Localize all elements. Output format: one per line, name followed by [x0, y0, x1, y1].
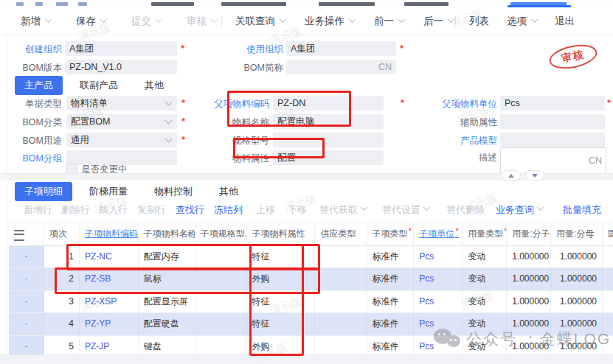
- create-org-label[interactable]: 创建组织: [15, 43, 62, 56]
- col-usage[interactable]: 用量类型*: [463, 223, 507, 245]
- tab-main-product[interactable]: 主产品: [15, 76, 63, 95]
- app-icon[interactable]: [56, 2, 68, 6]
- cell-code[interactable]: PZ-NC: [80, 246, 139, 267]
- col-qty-numerator[interactable]: 用量:分子: [507, 223, 551, 245]
- delete-row-button[interactable]: 删除行: [61, 203, 90, 217]
- new-button[interactable]: 新增: [21, 15, 51, 28]
- cell-attr: 外购: [247, 268, 316, 290]
- parent-code-label[interactable]: 父项物料编码: [199, 98, 269, 111]
- tab-joint-product[interactable]: 联副产品: [70, 76, 128, 95]
- col-supply[interactable]: 供应类型: [315, 223, 367, 245]
- add-row-button[interactable]: 新增行: [24, 203, 52, 217]
- tab-fragment[interactable]: [319, 2, 375, 6]
- cell-code[interactable]: PZ-XSP: [80, 291, 139, 312]
- find-row-button[interactable]: 查找行: [176, 203, 204, 217]
- col-code[interactable]: 子项物料编码*: [80, 223, 139, 245]
- save-button[interactable]: 保存: [76, 15, 106, 28]
- table-row[interactable]: - 3 PZ-XSP 配置显示屏 特征 标准件 Pcs 变动 1.000000 …: [9, 291, 613, 313]
- row-handle[interactable]: -: [9, 246, 44, 267]
- changing-checkbox[interactable]: [66, 163, 77, 174]
- cell-unit[interactable]: Pcs: [414, 268, 463, 290]
- list-button[interactable]: 列表: [469, 15, 489, 28]
- tab-child-detail[interactable]: 子项明细: [15, 182, 72, 201]
- aux-attr-field[interactable]: [500, 114, 605, 129]
- row-handle[interactable]: -: [9, 313, 44, 335]
- tab-fragment[interactable]: [221, 2, 286, 6]
- bom-usage-select[interactable]: 通用: [66, 133, 177, 147]
- cell-spec: [195, 313, 247, 335]
- parent-code-field[interactable]: PZ-DN: [273, 96, 384, 111]
- audit-button[interactable]: 审核: [187, 15, 217, 28]
- bom-version-field[interactable]: PZ-DN_V1.0: [65, 60, 177, 74]
- tab-fragment[interactable]: [404, 2, 449, 6]
- previous-button[interactable]: 前一: [374, 15, 404, 28]
- exit-button[interactable]: 退出: [555, 15, 575, 28]
- row-handle[interactable]: -: [9, 268, 44, 290]
- app-icon[interactable]: [16, 2, 24, 6]
- arrow-down-icon: [532, 174, 538, 178]
- cell-type: 标准件: [367, 268, 414, 290]
- cell-unit[interactable]: Pcs: [414, 291, 463, 312]
- related-query-button[interactable]: 关联查询: [235, 15, 285, 28]
- col-spec[interactable]: 子项规格型...: [195, 223, 247, 245]
- batch-fill-button[interactable]: 批量填充: [563, 203, 601, 217]
- cell-unit[interactable]: Pcs: [414, 313, 463, 335]
- insert-row-button[interactable]: 插入行: [99, 203, 128, 217]
- bom-category-select[interactable]: 配置BOM: [66, 114, 177, 129]
- create-org-field[interactable]: A集团: [65, 41, 177, 56]
- col-fixed[interactable]: 固定损耗: [603, 223, 613, 245]
- row-handle[interactable]: -: [9, 291, 44, 312]
- move-down-button[interactable]: 下移: [288, 203, 307, 217]
- bom-group-label[interactable]: BOM分组: [6, 153, 62, 165]
- cell-code[interactable]: PZ-SB: [80, 268, 139, 290]
- col-unit[interactable]: 子项单位*: [414, 223, 463, 245]
- col-qty-denominator[interactable]: 用量:分母: [551, 223, 603, 245]
- tab-detail-other[interactable]: 其他: [209, 182, 248, 201]
- table-row[interactable]: - 4 PZ-YP 配置硬盘 特征 标准件 Pcs 变动 1.000000 1.…: [9, 313, 613, 335]
- cell-seq: 2: [44, 268, 80, 290]
- copy-row-button[interactable]: 复制行: [137, 203, 166, 217]
- col-attr[interactable]: 子项物料属性: [247, 223, 316, 245]
- row-menu-header[interactable]: [9, 223, 44, 245]
- collapse-up-button[interactable]: [502, 170, 521, 181]
- submit-button[interactable]: 提交: [131, 15, 162, 28]
- app-icon[interactable]: [78, 2, 87, 6]
- cell-unit[interactable]: Pcs: [414, 246, 463, 267]
- col-seq[interactable]: 项次: [44, 223, 80, 245]
- doc-type-select[interactable]: 物料清单: [66, 96, 177, 111]
- collapse-down-button[interactable]: [525, 170, 544, 181]
- freeze-column-button[interactable]: 冻结列: [214, 203, 243, 217]
- product-model-label[interactable]: 产品模型: [425, 135, 497, 147]
- substitute-set-button[interactable]: 替代设置: [382, 203, 429, 217]
- parent-unit-field[interactable]: Pcs: [500, 96, 605, 111]
- product-model-field[interactable]: [500, 133, 605, 147]
- substitute-delete-button[interactable]: 替代删除: [446, 203, 485, 217]
- tab-other[interactable]: 其他: [135, 76, 173, 95]
- spec-field[interactable]: [273, 133, 384, 147]
- table-row[interactable]: - 2 PZ-SB 鼠标 外购 标准件 Pcs 变动 1.000000 1.00…: [9, 268, 613, 290]
- use-org-label[interactable]: 使用组织: [236, 43, 283, 56]
- chevron-down-icon: [100, 15, 108, 23]
- use-org-field[interactable]: A集团: [286, 41, 396, 56]
- material-name-field[interactable]: 配置电脑: [273, 114, 384, 129]
- col-name[interactable]: 子项物料名称: [139, 223, 195, 245]
- tab-ladder-usage[interactable]: 阶梯用量: [80, 182, 137, 201]
- parent-unit-label[interactable]: 父项物料单位: [425, 98, 497, 111]
- next-button[interactable]: 后一: [423, 15, 454, 28]
- col-type[interactable]: 子项类型*: [367, 223, 414, 245]
- options-button[interactable]: 选项: [507, 15, 537, 28]
- cell-code[interactable]: PZ-YP: [80, 313, 139, 335]
- business-ops-button[interactable]: 业务操作: [305, 15, 355, 28]
- bom-group-field[interactable]: [66, 150, 177, 165]
- tab-fragment[interactable]: [151, 2, 194, 6]
- tab-material-control[interactable]: 物料控制: [145, 182, 202, 201]
- material-attr-field[interactable]: 配置: [273, 150, 384, 165]
- move-up-button[interactable]: 上移: [256, 203, 275, 217]
- table-row[interactable]: - 1 PZ-NC 配置内存 特征 标准件 Pcs 变动 1.000000 1.…: [9, 246, 613, 268]
- business-query-button[interactable]: 业务查询: [496, 203, 543, 217]
- bom-short-field[interactable]: CN: [286, 60, 396, 74]
- lang-tag: CN: [378, 60, 392, 74]
- app-icon[interactable]: [35, 2, 43, 6]
- cell-qty-numerator: 1.000000: [507, 313, 551, 335]
- substitute-get-button[interactable]: 替代获取: [319, 203, 367, 217]
